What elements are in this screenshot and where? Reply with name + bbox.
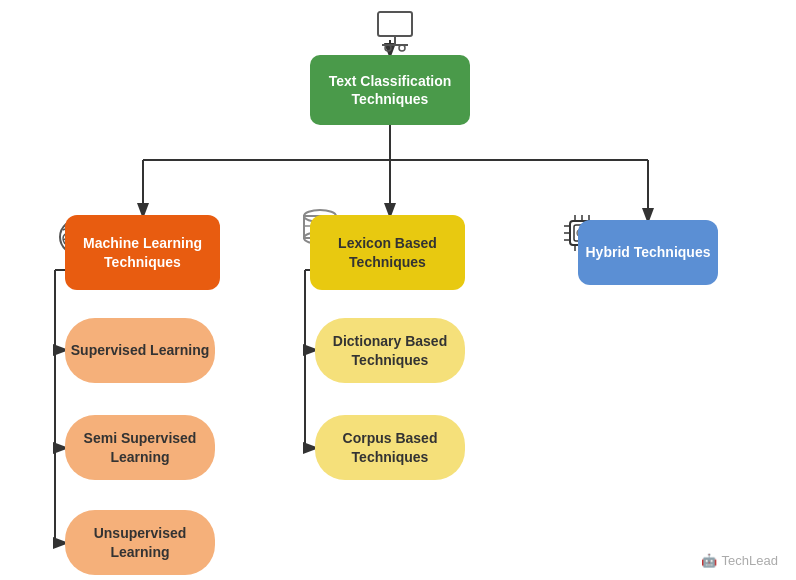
lexicon-node: Lexicon Based Techniques: [310, 215, 465, 290]
semi-supervised-node: Semi Supervised Learning: [65, 415, 215, 480]
corpus-node: Corpus Based Techniques: [315, 415, 465, 480]
unsupervised-node: Unsupervised Learning: [65, 510, 215, 575]
watermark-icon: 🤖: [701, 553, 717, 568]
unsupervised-label: Unsupervised Learning: [65, 524, 215, 560]
root-label: Text Classification Techniques: [310, 72, 470, 108]
hybrid-label: Hybrid Techniques: [586, 243, 711, 261]
dictionary-node: Dictionary Based Techniques: [315, 318, 465, 383]
watermark: 🤖 TechLead: [701, 553, 778, 568]
diagram: Text Classification Techniques Machine L…: [0, 0, 796, 580]
semi-label: Semi Supervised Learning: [65, 429, 215, 465]
dictionary-label: Dictionary Based Techniques: [315, 332, 465, 368]
corpus-label: Corpus Based Techniques: [315, 429, 465, 465]
supervised-label: Supervised Learning: [71, 341, 209, 359]
root-node: Text Classification Techniques: [310, 55, 470, 125]
ml-node: Machine Learning Techniques: [65, 215, 220, 290]
lexicon-label: Lexicon Based Techniques: [310, 234, 465, 270]
hybrid-node: Hybrid Techniques: [578, 220, 718, 285]
ml-label: Machine Learning Techniques: [65, 234, 220, 270]
watermark-text: TechLead: [722, 553, 778, 568]
supervised-node: Supervised Learning: [65, 318, 215, 383]
svg-rect-17: [378, 12, 412, 36]
